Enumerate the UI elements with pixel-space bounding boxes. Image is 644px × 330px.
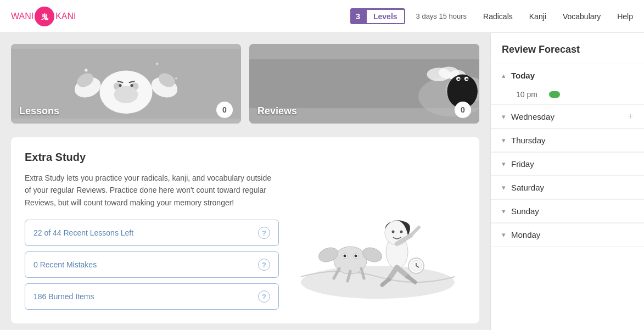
level-label: Levels — [366, 9, 405, 24]
extra-study-title: Extra Study — [25, 151, 466, 164]
svg-point-15 — [130, 84, 133, 87]
reviews-card[interactable]: Reviews 0 — [249, 44, 479, 124]
nav-kanji[interactable]: Kanji — [529, 12, 546, 21]
svg-point-34 — [400, 230, 403, 233]
saturday-chevron: ▾ — [502, 183, 506, 192]
burned-items-help-icon: ? — [258, 290, 270, 303]
svg-point-30 — [301, 266, 455, 299]
content-area: ✦ ✦ ✦ — [0, 33, 490, 330]
recent-mistakes-button[interactable]: 0 Recent Mistakes ? — [25, 251, 279, 278]
friday-label: Friday — [511, 159, 633, 169]
saturday-section: ▾ Saturday — [491, 176, 644, 199]
monday-chevron: ▾ — [502, 231, 506, 239]
today-header[interactable]: ▴ Today — [491, 64, 644, 87]
wednesday-day[interactable]: ▾ Wednesday + — [491, 105, 644, 128]
svg-point-14 — [119, 84, 121, 87]
logo: WANI 鬼 KANI — [11, 7, 76, 26]
logo-kani-text: KANI — [55, 12, 76, 21]
extra-study-left: Extra Study lets you practice your radic… — [25, 172, 279, 310]
reviews-label: Reviews — [257, 105, 297, 117]
recent-mistakes-help-icon: ? — [258, 259, 270, 271]
today-dot — [549, 91, 560, 98]
wednesday-label: Wednesday — [511, 112, 628, 121]
sunday-chevron: ▾ — [502, 207, 506, 215]
monday-section: ▾ Monday — [491, 223, 644, 247]
lessons-count: 0 — [216, 102, 233, 118]
svg-text:✦: ✦ — [155, 61, 159, 67]
burned-items-button[interactable]: 186 Burned Items ? — [25, 283, 279, 310]
svg-point-9 — [114, 86, 138, 103]
monday-day[interactable]: ▾ Monday — [491, 223, 644, 247]
svg-point-47 — [355, 254, 357, 257]
reviews-count: 0 — [455, 102, 471, 118]
svg-point-46 — [344, 254, 346, 257]
nav-radicals[interactable]: Radicals — [483, 12, 513, 21]
extra-study-desc: Extra Study lets you practice your radic… — [25, 172, 279, 209]
saturday-label: Saturday — [511, 183, 633, 192]
extra-study-body: Extra Study lets you practice your radic… — [25, 172, 466, 310]
level-number: 3 — [350, 8, 366, 24]
friday-chevron: ▾ — [502, 160, 506, 168]
cards-row: ✦ ✦ ✦ — [11, 44, 479, 124]
logo-icon: 鬼 — [35, 7, 54, 26]
recent-lessons-help-icon: ? — [258, 227, 270, 239]
today-label: Today — [511, 71, 633, 80]
wednesday-section: ▾ Wednesday + — [491, 104, 644, 128]
svg-line-36 — [411, 227, 419, 236]
svg-text:✦: ✦ — [83, 66, 89, 75]
nav-help[interactable]: Help — [617, 12, 633, 21]
sidebar-title: Review Forecast — [491, 33, 644, 64]
sunday-section: ▾ Sunday — [491, 199, 644, 223]
level-badge[interactable]: 3 Levels — [350, 8, 405, 24]
thursday-day[interactable]: ▾ Thursday — [491, 129, 644, 152]
main-header: WANI 鬼 KANI 3 Levels 3 days 15 hours Rad… — [0, 0, 644, 33]
thursday-section: ▾ Thursday — [491, 128, 644, 152]
recent-lessons-button[interactable]: 22 of 44 Recent Lessons Left ? — [25, 220, 279, 246]
timer-text: 3 days 15 hours — [416, 12, 467, 20]
main-layout: ✦ ✦ ✦ — [0, 33, 644, 330]
monday-label: Monday — [511, 230, 633, 239]
lessons-card[interactable]: ✦ ✦ ✦ — [11, 44, 241, 124]
saturday-day[interactable]: ▾ Saturday — [491, 176, 644, 199]
sunday-day[interactable]: ▾ Sunday — [491, 200, 644, 223]
svg-point-28 — [458, 78, 460, 80]
wednesday-plus: + — [628, 111, 633, 121]
wednesday-chevron: ▾ — [502, 113, 506, 121]
recent-mistakes-label: 0 Recent Mistakes — [33, 260, 97, 269]
nav-right: 3 Levels 3 days 15 hours Radicals Kanji … — [350, 8, 633, 24]
thursday-label: Thursday — [511, 136, 633, 145]
extra-study-section: Extra Study Extra Study lets you practic… — [11, 137, 479, 323]
svg-point-33 — [392, 230, 395, 233]
extra-study-right — [290, 172, 466, 310]
today-chevron: ▴ — [502, 71, 506, 80]
nav-links: Radicals Kanji Vocabulary Help — [483, 12, 633, 21]
timer-block: 3 days 15 hours — [416, 12, 467, 20]
recent-lessons-label: 22 of 44 Recent Lessons Left — [33, 228, 133, 237]
nav-vocabulary[interactable]: Vocabulary — [563, 12, 601, 21]
today-section: ▴ Today 10 pm — [491, 64, 644, 104]
svg-text:鬼: 鬼 — [41, 13, 49, 21]
friday-section: ▾ Friday — [491, 152, 644, 176]
today-time-row: 10 pm — [491, 87, 644, 104]
logo-wani-text: WANI — [11, 12, 33, 21]
sunday-label: Sunday — [511, 206, 633, 216]
friday-day[interactable]: ▾ Friday — [491, 153, 644, 176]
study-buttons: 22 of 44 Recent Lessons Left ? 0 Recent … — [25, 220, 279, 310]
thursday-chevron: ▾ — [502, 136, 506, 144]
sidebar: Review Forecast ▴ Today 10 pm ▾ Wednesda… — [490, 33, 644, 330]
burned-items-label: 186 Burned Items — [33, 292, 94, 301]
running-illustration — [295, 181, 460, 301]
svg-point-29 — [466, 78, 468, 80]
today-time: 10 pm — [516, 90, 544, 99]
lessons-label: Lessons — [19, 105, 59, 117]
